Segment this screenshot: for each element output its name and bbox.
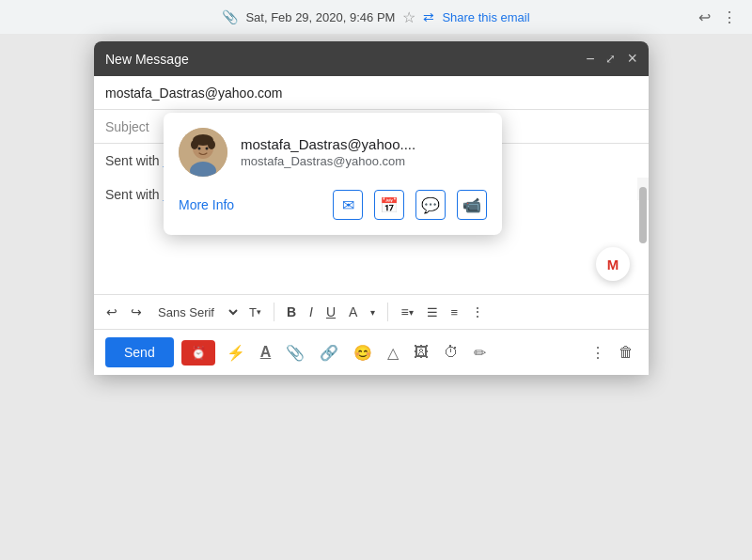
contact-avatar [179, 128, 227, 177]
actions-more-icon[interactable]: ⋮ [587, 340, 609, 366]
lightning-icon[interactable]: ⚡ [223, 340, 249, 366]
scrollbar-thumb [639, 187, 647, 243]
toolbar-sep-1 [274, 303, 274, 321]
bold-button[interactable]: B [282, 301, 301, 323]
schedule-icon: ⏰ [191, 346, 206, 360]
font-size-button[interactable]: T▾ [244, 302, 266, 323]
contact-name: mostafa_Dastras@yahoo.... [241, 136, 415, 152]
minimize-button[interactable]: − [586, 51, 594, 68]
more-info-link[interactable]: More Info [179, 197, 234, 212]
schedule-send-button[interactable]: ⏰ [181, 340, 215, 366]
maximize-button[interactable]: ⤢ [605, 52, 616, 66]
actions-right: ⋮ 🗑 [587, 340, 637, 366]
insert-link-icon[interactable]: 🔗 [316, 340, 342, 366]
svg-point-4 [191, 140, 198, 149]
attachment-icon: 📎 [222, 9, 238, 24]
to-field[interactable]: mostafa_Dastras@yahoo.com [94, 76, 649, 110]
attach-file-icon[interactable]: 📎 [282, 340, 308, 366]
top-bar-center: 📎 Sat, Feb 29, 2020, 9:46 PM ☆ ⇄ Share t… [222, 8, 529, 26]
drive-icon[interactable]: △ [384, 340, 402, 366]
compose-title: New Message [105, 52, 189, 67]
reply-icon[interactable]: ↩ [698, 8, 711, 26]
to-value: mostafa_Dastras@yahoo.com [105, 86, 283, 101]
ordered-list-button[interactable]: ☰ [422, 302, 443, 323]
top-bar-right: ↩ ⋮ [698, 8, 737, 26]
undo-button[interactable]: ↩ [102, 301, 122, 323]
top-bar: 📎 Sat, Feb 29, 2020, 9:46 PM ☆ ⇄ Share t… [0, 0, 752, 34]
contact-popup: mostafa_Dastras@yahoo.... mostafa_Dastra… [164, 113, 502, 235]
contact-email-icon[interactable]: ✉ [333, 190, 363, 220]
unordered-list-button[interactable]: ≡ [446, 302, 463, 323]
contact-email: mostafa_Dastras@yahoo.com [241, 154, 415, 168]
toolbar-sep-2 [387, 303, 388, 321]
compose-header-controls: − ⤢ × [586, 49, 637, 69]
subject-label: Subject [105, 119, 157, 134]
svg-point-7 [206, 148, 209, 150]
close-button[interactable]: × [627, 49, 637, 69]
underline-button[interactable]: U [321, 301, 340, 323]
contact-popup-actions: More Info ✉ 📅 💬 📹 [179, 190, 487, 220]
contact-popup-header: mostafa_Dastras@yahoo.... mostafa_Dastra… [179, 128, 487, 177]
send-button[interactable]: Send [105, 337, 174, 367]
delete-draft-icon[interactable]: 🗑 [615, 340, 637, 366]
font-color-dropdown[interactable]: ▾ [366, 303, 380, 321]
formatting-toolbar: ↩ ↪ Sans Serif Serif Monospace T▾ B I U … [94, 294, 649, 329]
scrollbar[interactable] [637, 178, 649, 200]
contact-video-icon[interactable]: 📹 [457, 190, 487, 220]
compose-actions: Send ⏰ ⚡ A 📎 🔗 😊 △ 🖼 ⏱ ✏ ⋮ 🗑 [94, 329, 649, 375]
font-select[interactable]: Sans Serif Serif Monospace [150, 303, 241, 322]
share-label[interactable]: Share this email [442, 10, 529, 24]
contact-action-icons: ✉ 📅 💬 📹 [333, 190, 487, 220]
svg-point-5 [208, 140, 215, 149]
redo-button[interactable]: ↪ [126, 301, 147, 323]
mixmax-m-icon: M [607, 257, 619, 272]
emoji-icon[interactable]: 😊 [350, 340, 376, 366]
font-color-button[interactable]: A [344, 301, 362, 323]
contact-chat-icon[interactable]: 💬 [415, 190, 446, 220]
share-icon: ⇄ [423, 9, 434, 24]
star-icon[interactable]: ☆ [402, 8, 415, 26]
sent-with-text-2: Sent with [105, 187, 163, 202]
date-label: Sat, Feb 29, 2020, 9:46 PM [245, 10, 395, 24]
compose-header: New Message − ⤢ × [94, 41, 649, 76]
sent-with-text-1: Sent with [105, 153, 163, 168]
contact-info: mostafa_Dastras@yahoo.... mostafa_Dastra… [241, 136, 415, 168]
insert-time-icon[interactable]: ⏱ [440, 340, 462, 365]
svg-point-6 [198, 148, 201, 150]
signature-icon[interactable]: ✏ [470, 340, 490, 366]
mixmax-avatar-button[interactable]: M [596, 247, 630, 281]
italic-button[interactable]: I [305, 301, 318, 323]
insert-photo-icon[interactable]: 🖼 [410, 340, 432, 365]
toolbar-more-button[interactable]: ⋮ [466, 301, 489, 323]
text-format-icon[interactable]: A [257, 340, 275, 365]
align-button[interactable]: ≡▾ [396, 301, 417, 323]
contact-calendar-icon[interactable]: 📅 [374, 190, 404, 220]
more-icon[interactable]: ⋮ [722, 8, 737, 26]
